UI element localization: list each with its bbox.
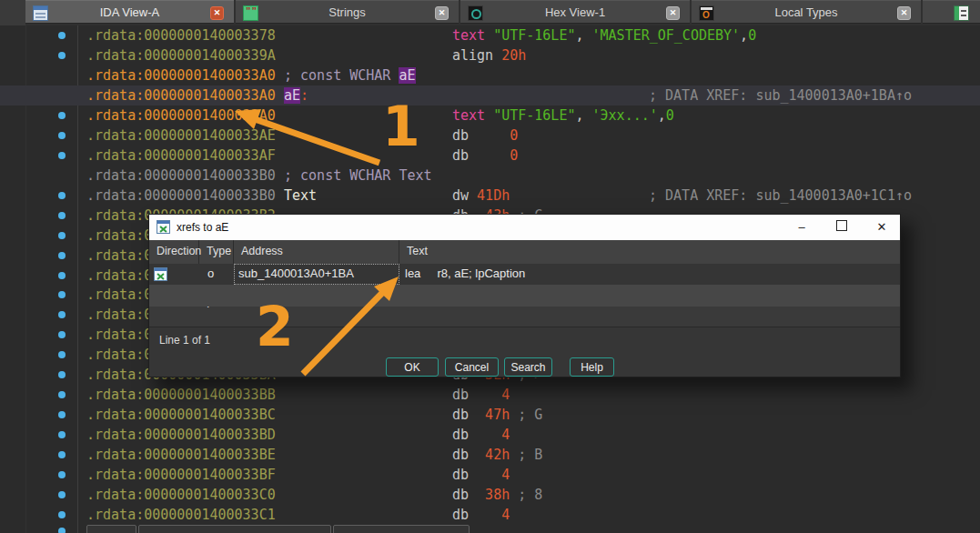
tab-extra[interactable] xyxy=(923,0,980,24)
navigation-dot xyxy=(58,491,66,498)
instruction: text "UTF-16LE", 'Эxx...',0 xyxy=(452,106,674,126)
disassembly-row[interactable]: .rdata:00000001400033B0; const WCHAR Tex… xyxy=(0,166,980,186)
address: .rdata:000000014000339A xyxy=(86,45,276,65)
dialog-title: xrefs to aE xyxy=(177,221,228,234)
address: .rdata:00000001400033A0 xyxy=(86,106,276,126)
navigation-dot xyxy=(58,232,66,239)
address: .rdata:00000001400033BE xyxy=(86,445,276,465)
disassembly-row[interactable]: .rdata:000000014000339Aalign 20h xyxy=(0,45,980,65)
address: .rdata:00000001400033B0 xyxy=(86,186,276,206)
tab-bar-left-stub xyxy=(0,0,25,25)
navigation-dot xyxy=(58,451,66,458)
help-button[interactable]: Help xyxy=(570,357,614,377)
tab-close-icon[interactable]: ✕ xyxy=(210,6,224,20)
maximize-icon[interactable] xyxy=(833,218,851,236)
xref-table-header: Direction Type Address Text xyxy=(149,240,900,265)
search-button[interactable]: Search xyxy=(504,357,552,377)
address: .rdata:00000001400033AF xyxy=(86,146,276,166)
disassembly-row[interactable]: .rdata:00000001400033AEdb 0 xyxy=(0,126,980,146)
instruction: db 0 xyxy=(452,126,518,146)
xref-direction-cell: Up xyxy=(149,264,199,285)
navigation-dot xyxy=(58,391,66,398)
address: .rdata:00000001400033C0 xyxy=(86,485,276,505)
navigation-dot xyxy=(58,371,66,378)
xrefs-dialog: xrefs to aE – ✕ Direction Type Address T… xyxy=(148,214,901,377)
disassembly-row[interactable]: .rdata:00000001400033B0Textdw 41Dh; DATA… xyxy=(0,186,980,206)
close-icon[interactable]: ✕ xyxy=(873,218,891,236)
navigation-dot xyxy=(58,112,66,119)
tab-close-icon[interactable]: ✕ xyxy=(435,6,449,20)
column-header-type[interactable]: Type xyxy=(199,240,234,264)
column-header-direction[interactable]: Direction xyxy=(149,240,199,264)
xref-table-row[interactable]: Up o sub_1400013A0+1BA lea r8, aE; lpCap… xyxy=(149,264,900,285)
address: .rdata:00000001400033B0 xyxy=(86,166,276,186)
label-or-decl: Text xyxy=(284,186,317,206)
tab-close-icon[interactable]: ✕ xyxy=(666,6,680,20)
disassembly-row[interactable]: .rdata:00000001400033BFdb 4 xyxy=(0,465,980,485)
tab-label: Strings xyxy=(236,5,459,19)
structures-icon xyxy=(954,5,969,21)
tab-strings[interactable]: ””Strings✕ xyxy=(236,0,459,24)
tab-label: IDA View-A xyxy=(25,5,234,19)
instruction: align 20h xyxy=(452,45,526,65)
instruction: db 42h ; B xyxy=(452,445,542,465)
disassembly-row[interactable]: .rdata:00000001400033BDdb 4 xyxy=(0,425,980,445)
tab-ida-view-a[interactable]: IDA View-A✕ xyxy=(25,0,234,24)
breakpoint-dot xyxy=(58,528,66,533)
navigation-dot xyxy=(58,291,66,298)
navigation-dot xyxy=(58,132,66,139)
address: .rdata:00000001400033BF xyxy=(86,465,276,485)
disassembly-row[interactable]: .rdata:0000000140003378text "UTF-16LE", … xyxy=(0,25,980,45)
ok-button[interactable]: OK xyxy=(386,357,439,377)
instruction: text "UTF-16LE", 'MASTER_OF_CODEBY',0 xyxy=(452,25,756,45)
column-header-text[interactable]: Text xyxy=(399,240,900,264)
xref-comment: ; DATA XREF: sub_1400013A0+1C1↑o xyxy=(649,186,912,206)
label-or-decl: ; const WCHAR aE xyxy=(284,65,416,85)
navigation-dot xyxy=(58,192,66,199)
xref-type-cell: o xyxy=(199,264,234,285)
disassembly-row[interactable]: .rdata:00000001400033C1db 4 xyxy=(0,505,980,525)
tab-bar: IDA View-A✕””Strings✕Hex View-1✕OLocal T… xyxy=(0,0,980,25)
navigation-dot xyxy=(58,212,66,219)
navigation-dot xyxy=(58,471,66,478)
disassembly-row[interactable]: .rdata:00000001400033A0text "UTF-16LE", … xyxy=(0,106,980,126)
xref-item-icon xyxy=(154,267,167,281)
navigation-dot xyxy=(58,272,66,279)
tab-label: Hex View-1 xyxy=(460,5,690,19)
address: .rdata:00000001400033BD xyxy=(86,425,276,445)
address: .rdata:00000001400033AE xyxy=(86,126,276,146)
minimize-icon[interactable]: – xyxy=(793,218,811,236)
instruction: db 4 xyxy=(452,385,510,405)
tab-close-icon[interactable]: ✕ xyxy=(897,6,911,20)
navigation-dot xyxy=(58,331,66,338)
disassembly-row[interactable]: .rdata:00000001400033A0aE:; DATA XREF: s… xyxy=(0,85,980,106)
instruction: db 4 xyxy=(452,465,510,485)
label-or-decl: aE: xyxy=(284,85,308,106)
column-header-address[interactable]: Address xyxy=(234,240,399,264)
tab-hex-view-1[interactable]: Hex View-1✕ xyxy=(460,0,690,24)
disassembly-row[interactable]: .rdata:00000001400033BBdb 4 xyxy=(0,385,980,405)
tab-local-types[interactable]: OLocal Types✕ xyxy=(692,0,921,24)
ida-window: IDA View-A✕””Strings✕Hex View-1✕OLocal T… xyxy=(0,0,980,533)
instruction: db 38h ; 8 xyxy=(452,485,542,505)
tab-label: Local Types xyxy=(692,5,921,19)
disassembly-row[interactable]: .rdata:00000001400033AFdb 0 xyxy=(0,146,980,166)
address: .rdata:00000001400033BB xyxy=(86,385,276,405)
navigation-dot xyxy=(58,511,66,518)
xref-text-cell: lea r8, aE; lpCaption xyxy=(399,264,900,285)
address: .rdata:0000000140003378 xyxy=(86,25,276,45)
cancel-button[interactable]: Cancel xyxy=(445,357,499,377)
navigation-dot xyxy=(58,32,66,39)
disassembly-row[interactable]: .rdata:00000001400033A0; const WCHAR aE xyxy=(0,65,980,85)
dialog-titlebar[interactable]: xrefs to aE – ✕ xyxy=(149,215,900,240)
disassembly-row[interactable]: .rdata:00000001400033C0db 38h ; 8 xyxy=(0,485,980,505)
xref-address-cell[interactable]: sub_1400013A0+1BA xyxy=(234,264,399,285)
navigation-dot xyxy=(58,252,66,259)
xref-comment: ; DATA XREF: sub_1400013A0+1BA↑o xyxy=(649,85,912,106)
navigation-dot xyxy=(58,152,66,159)
navigation-dot xyxy=(58,411,66,418)
disassembly-row[interactable]: .rdata:00000001400033BEdb 42h ; B xyxy=(0,445,980,465)
disassembly-row[interactable]: .rdata:00000001400033BCdb 47h ; G xyxy=(0,405,980,425)
dialog-bottom-panel: Line 1 of 1 OK Cancel Search Help xyxy=(149,327,900,377)
instruction: dw 41Dh xyxy=(452,186,510,206)
